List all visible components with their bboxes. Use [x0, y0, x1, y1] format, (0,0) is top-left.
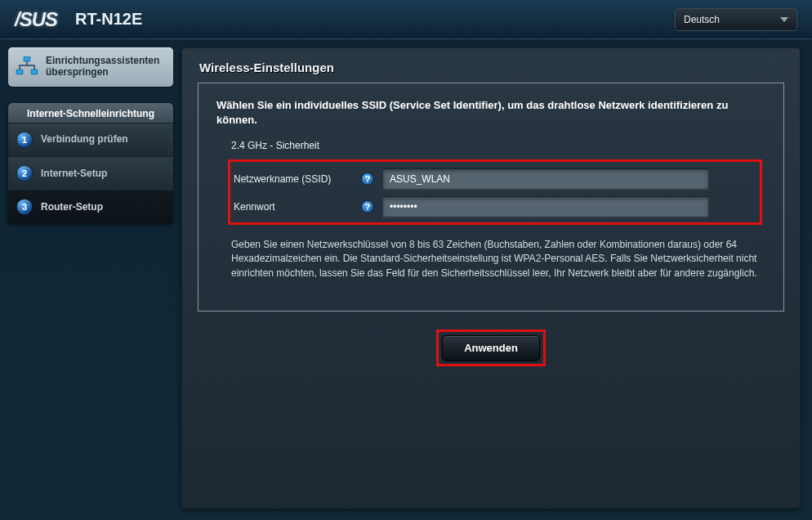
skip-wizard-label: Einrichtungsassistenten überspringen [46, 56, 167, 78]
settings-panel: Wireless-Einstellungen Wählen Sie ein in… [181, 47, 801, 509]
panel-title: Wireless-Einstellungen [181, 47, 801, 83]
skip-wizard-button[interactable]: Einrichtungsassistenten überspringen [8, 47, 173, 87]
network-icon [15, 56, 39, 78]
password-input[interactable] [382, 196, 709, 217]
password-label: Kennwort [230, 201, 361, 213]
intro-text: Wählen Sie ein individuelles SSID (Servi… [216, 98, 765, 127]
svg-rect-0 [24, 56, 30, 61]
wizard-step-2[interactable]: 2 Internet-Setup [8, 156, 173, 190]
brand-logo: /SUS [15, 8, 57, 31]
svg-rect-2 [31, 69, 38, 74]
wizard-title: Internet-Schnelleinrichtung [8, 103, 173, 123]
step-number-badge: 3 [16, 199, 33, 215]
highlight-inputs: Netzwerkname (SSID) ? Kennwort ? [228, 159, 762, 225]
wizard-nav: Internet-Schnelleinrichtung 1 Verbindung… [8, 103, 173, 223]
help-icon[interactable]: ? [361, 200, 374, 213]
panel-inner: Wählen Sie ein individuelles SSID (Servi… [198, 83, 784, 312]
step-number-badge: 1 [16, 132, 33, 148]
ssid-input[interactable] [382, 168, 709, 190]
description-text: Geben Sie einen Netzwerkschlüssel von 8 … [216, 238, 765, 280]
main: Wireless-Einstellungen Wählen Sie ein in… [178, 39, 812, 520]
body: Einrichtungsassistenten überspringen Int… [0, 39, 812, 520]
step-label: Verbindung prüfen [41, 134, 128, 146]
step-label: Router-Setup [41, 201, 103, 213]
wizard-step-3[interactable]: 3 Router-Setup [8, 190, 173, 223]
wizard-step-1[interactable]: 1 Verbindung prüfen [8, 123, 173, 156]
language-label: Deutsch [684, 14, 720, 25]
svg-rect-1 [16, 69, 23, 74]
app-window: /SUS RT-N12E Deutsch Einrichtungsassiste… [0, 0, 812, 520]
highlight-apply: Anwenden [436, 329, 546, 366]
step-number-badge: 2 [16, 165, 33, 182]
apply-button[interactable]: Anwenden [442, 335, 540, 361]
step-label: Internet-Setup [41, 168, 107, 179]
ssid-label: Netzwerkname (SSID) [230, 173, 361, 185]
ssid-row: Netzwerkname (SSID) ? [230, 168, 755, 190]
language-select[interactable]: Deutsch [675, 8, 797, 31]
model-name: RT-N12E [75, 10, 142, 29]
help-icon[interactable]: ? [361, 173, 374, 186]
security-section-label: 2.4 GHz - Sicherheit [231, 140, 765, 151]
sidebar: Einrichtungsassistenten überspringen Int… [0, 39, 178, 520]
topbar: /SUS RT-N12E Deutsch [0, 0, 812, 39]
password-row: Kennwort ? [230, 196, 755, 217]
chevron-down-icon [780, 17, 788, 22]
